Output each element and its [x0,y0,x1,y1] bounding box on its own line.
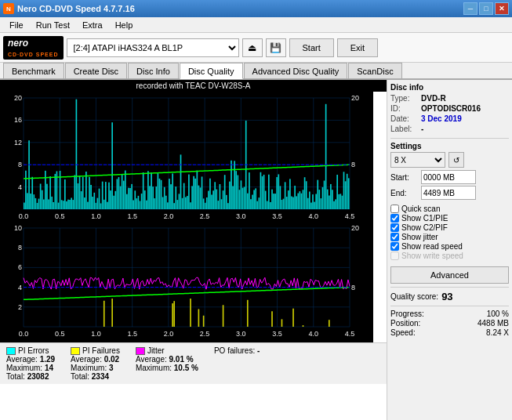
chart-title: recorded with TEAC DV-W28S-A [0,80,387,92]
disc-id-label: ID: [390,104,418,113]
minimize-button[interactable]: ─ [463,2,478,15]
show-read-speed-checkbox[interactable] [390,242,399,251]
show-c2pif-checkbox[interactable] [390,223,399,232]
titlebar-left: N Nero CD-DVD Speed 4.7.7.16 [3,3,135,14]
jitter-color [136,347,145,355]
disc-type-value: DVD-R [421,94,446,103]
tab-disc-quality[interactable]: Disc Quality [180,63,243,79]
titlebar-title: Nero CD-DVD Speed 4.7.7.16 [17,4,135,13]
disc-type-row: Type: DVD-R [390,94,509,103]
tab-scan-disc[interactable]: ScanDisc [348,63,401,78]
tab-create-disc[interactable]: Create Disc [65,63,127,78]
start-input[interactable] [421,170,476,184]
speed-select[interactable]: 8 X [390,152,445,168]
save-button[interactable]: 💾 [266,38,286,57]
show-jitter-checkbox[interactable] [390,233,399,241]
tabs: Benchmark Create Disc Disc Info Disc Qua… [0,63,512,80]
disc-date-label: Date: [390,114,418,123]
nero-logo: nero CD·DVD SPEED [3,36,64,60]
jitter-label: Jitter [147,346,165,355]
position-value: 4488 MB [478,319,509,328]
disc-id-value: OPTODISCR016 [421,104,481,113]
legend-po-failures: PO failures: - [214,346,260,381]
menubar: File Run Test Extra Help [0,17,512,33]
disc-label-row: Label: - [390,125,509,133]
quality-score-label: Quality score: [390,292,438,301]
tab-benchmark[interactable]: Benchmark [3,63,64,78]
legend-area: PI Errors Average: 1.29 Maximum: 14 Tota… [0,342,387,384]
close-button[interactable]: ✕ [495,2,509,15]
progress-section: Progress: 100 % Position: 4488 MB Speed:… [390,310,509,337]
progress-value: 100 % [487,310,509,318]
titlebar-buttons: ─ □ ✕ [463,2,509,15]
app-icon: N [3,3,14,14]
start-row: Start: [390,170,509,184]
disc-info-title: Disc info [390,83,509,92]
advanced-button[interactable]: Advanced [390,266,509,284]
top-chart-container [0,92,387,225]
disc-date-value: 3 Dec 2019 [421,114,462,123]
pi-errors-label: PI Errors [18,346,49,355]
speed-row: Speed: 8.24 X [390,328,509,337]
drive-select[interactable]: [2:4] ATAPI iHAS324 A BL1P [67,38,239,57]
bottom-chart [0,225,373,342]
show-read-speed-label: Show read speed [401,242,463,251]
end-label: End: [390,189,418,197]
main-content: recorded with TEAC DV-W28S-A PI Errors A… [0,80,512,420]
exit-button[interactable]: Exit [337,38,378,57]
tab-advanced-disc-quality[interactable]: Advanced Disc Quality [244,63,348,78]
speed-row: 8 X ↺ [390,152,509,168]
end-input[interactable] [421,186,476,200]
progress-row: Progress: 100 % [390,310,509,318]
show-c1pie-label: Show C1/PIE [401,214,448,223]
show-c1pie-row: Show C1/PIE [390,214,509,223]
position-row: Position: 4488 MB [390,319,509,328]
disc-id-row: ID: OPTODISCR016 [390,104,509,113]
pi-failures-label: PI Failures [82,346,120,355]
quick-scan-row: Quick scan [390,205,509,213]
show-read-speed-row: Show read speed [390,242,509,251]
disc-type-label: Type: [390,94,418,103]
quick-scan-checkbox[interactable] [390,205,399,213]
maximize-button[interactable]: □ [479,2,493,15]
logo-subtitle: CD·DVD SPEED [8,52,59,57]
show-write-speed-checkbox [390,252,399,260]
show-c1pie-checkbox[interactable] [390,214,399,223]
menu-run-test[interactable]: Run Test [30,19,76,31]
disc-label-label: Label: [390,125,418,133]
position-label: Position: [390,319,420,328]
speed-value: 8.24 X [486,328,509,337]
divider-2 [390,287,509,288]
legend-jitter: Jitter Average: 9.01 % Maximum: 10.5 % [136,346,198,381]
menu-extra[interactable]: Extra [76,19,109,31]
quick-scan-label: Quick scan [401,205,440,213]
toolbar: nero CD·DVD SPEED [2:4] ATAPI iHAS324 A … [0,33,512,63]
show-write-speed-row: Show write speed [390,252,509,260]
pi-errors-color [6,347,16,355]
legend-pi-failures: PI Failures Average: 0.02 Maximum: 3 Tot… [71,346,120,381]
start-button[interactable]: Start [289,38,334,57]
legend-pi-errors: PI Errors Average: 1.29 Maximum: 14 Tota… [6,346,55,381]
show-jitter-row: Show jitter [390,233,509,241]
eject-button[interactable]: ⏏ [242,38,263,57]
quality-score-value: 93 [441,291,452,302]
settings-section: Settings 8 X ↺ Start: End: [390,142,509,200]
divider-3 [390,306,509,306]
menu-file[interactable]: File [3,19,30,31]
titlebar: N Nero CD-DVD Speed 4.7.7.16 ─ □ ✕ [0,0,512,17]
right-panel: Disc info Type: DVD-R ID: OPTODISCR016 D… [387,80,512,420]
checkboxes-section: Quick scan Show C1/PIE Show C2/PIF Show … [390,205,509,260]
start-label: Start: [390,173,418,182]
bottom-chart-container [0,225,387,342]
charts-wrapper: recorded with TEAC DV-W28S-A PI Errors A… [0,80,387,420]
settings-title: Settings [390,142,509,150]
menu-help[interactable]: Help [109,19,140,31]
show-c2pif-row: Show C2/PIF [390,223,509,232]
show-jitter-label: Show jitter [401,233,438,241]
pi-failures-color [71,347,80,355]
disc-label-value: - [421,125,423,133]
tab-disc-info[interactable]: Disc Info [128,63,179,78]
refresh-button[interactable]: ↺ [448,152,464,168]
speed-label: Speed: [390,328,416,337]
progress-label: Progress: [390,310,424,318]
